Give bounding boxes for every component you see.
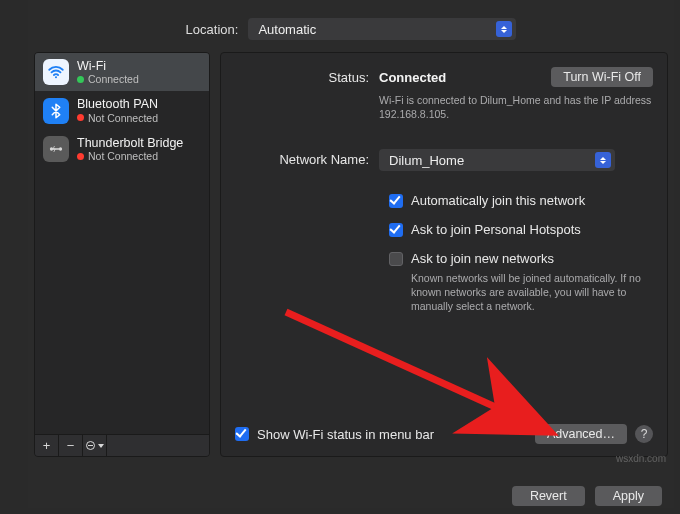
location-label: Location: xyxy=(186,22,239,37)
location-value: Automatic xyxy=(258,22,316,37)
sidebar-item-subtitle: Not Connected xyxy=(77,150,183,162)
svg-point-0 xyxy=(55,76,57,78)
interface-options-button[interactable] xyxy=(83,435,107,456)
watermark: wsxdn.com xyxy=(616,453,666,464)
sidebar-item-bluetooth[interactable]: Bluetooth PAN Not Connected xyxy=(35,91,209,129)
show-menubar-label: Show Wi-Fi status in menu bar xyxy=(257,427,434,442)
add-interface-button[interactable]: + xyxy=(35,435,59,456)
show-menubar-checkbox-row[interactable]: Show Wi-Fi status in menu bar xyxy=(235,427,527,442)
status-dot-icon xyxy=(77,153,84,160)
sidebar-item-title: Bluetooth PAN xyxy=(77,97,158,111)
turn-wifi-off-button[interactable]: Turn Wi-Fi Off xyxy=(551,67,653,87)
chevron-updown-icon xyxy=(496,21,512,37)
svg-point-2 xyxy=(59,147,62,150)
status-label: Status: xyxy=(235,67,379,85)
bluetooth-icon xyxy=(43,98,69,124)
auto-join-checkbox-row[interactable]: Automatically join this network xyxy=(389,193,653,208)
location-row: Location: Automatic xyxy=(28,0,674,52)
ask-hotspot-label: Ask to join Personal Hotspots xyxy=(411,222,581,237)
status-value: Connected xyxy=(379,70,446,85)
ask-hotspot-checkbox-row[interactable]: Ask to join Personal Hotspots xyxy=(389,222,653,237)
status-dot-icon xyxy=(77,114,84,121)
checkbox-checked-icon xyxy=(389,194,403,208)
advanced-button[interactable]: Advanced… xyxy=(535,424,627,444)
auto-join-label: Automatically join this network xyxy=(411,193,585,208)
network-name-popup[interactable]: Dilum_Home xyxy=(379,149,615,171)
interface-detail: Status: Connected Turn Wi-Fi Off Wi-Fi i… xyxy=(220,52,668,457)
chevron-updown-icon xyxy=(595,152,611,168)
remove-interface-button[interactable]: − xyxy=(59,435,83,456)
status-row: Status: Connected Turn Wi-Fi Off Wi-Fi i… xyxy=(235,67,653,121)
status-dot-icon xyxy=(77,76,84,83)
status-help-text: Wi-Fi is connected to Dilum_Home and has… xyxy=(379,94,653,121)
wifi-icon xyxy=(43,59,69,85)
sidebar-item-subtitle: Connected xyxy=(77,73,139,85)
ask-new-label: Ask to join new networks xyxy=(411,251,554,266)
revert-button[interactable]: Revert xyxy=(512,486,585,506)
checkbox-checked-icon xyxy=(389,223,403,237)
location-popup[interactable]: Automatic xyxy=(248,18,516,40)
sidebar-item-title: Thunderbolt Bridge xyxy=(77,136,183,150)
sidebar-item-text: Bluetooth PAN Not Connected xyxy=(77,97,158,123)
thunderbolt-icon xyxy=(43,136,69,162)
chevron-down-icon xyxy=(98,444,104,448)
footer: Revert Apply xyxy=(512,486,662,506)
ask-new-help-text: Known networks will be joined automatica… xyxy=(411,272,641,313)
sidebar-item-subtitle: Not Connected xyxy=(77,112,158,124)
network-name-label: Network Name: xyxy=(235,149,379,167)
checkbox-unchecked-icon xyxy=(389,252,403,266)
network-pref-window: Location: Automatic Wi-Fi Connected xyxy=(28,0,674,508)
ask-new-checkbox-row[interactable]: Ask to join new networks xyxy=(389,251,653,266)
main-columns: Wi-Fi Connected Bluetooth PAN xyxy=(28,52,674,457)
apply-button[interactable]: Apply xyxy=(595,486,662,506)
sidebar-toolbar: + − xyxy=(35,434,209,456)
sidebar-item-wifi[interactable]: Wi-Fi Connected xyxy=(35,53,209,91)
sidebar-item-text: Wi-Fi Connected xyxy=(77,59,139,85)
sidebar-item-thunderbolt[interactable]: Thunderbolt Bridge Not Connected xyxy=(35,130,209,168)
help-button[interactable]: ? xyxy=(635,425,653,443)
content-bottom-bar: Show Wi-Fi status in menu bar Advanced… … xyxy=(235,424,653,444)
sidebar-item-text: Thunderbolt Bridge Not Connected xyxy=(77,136,183,162)
network-name-row: Network Name: Dilum_Home xyxy=(235,149,653,171)
sidebar-item-title: Wi-Fi xyxy=(77,59,139,73)
checkbox-checked-icon xyxy=(235,427,249,441)
interface-sidebar: Wi-Fi Connected Bluetooth PAN xyxy=(34,52,210,457)
network-name-value: Dilum_Home xyxy=(389,153,464,168)
gear-icon xyxy=(86,441,95,450)
